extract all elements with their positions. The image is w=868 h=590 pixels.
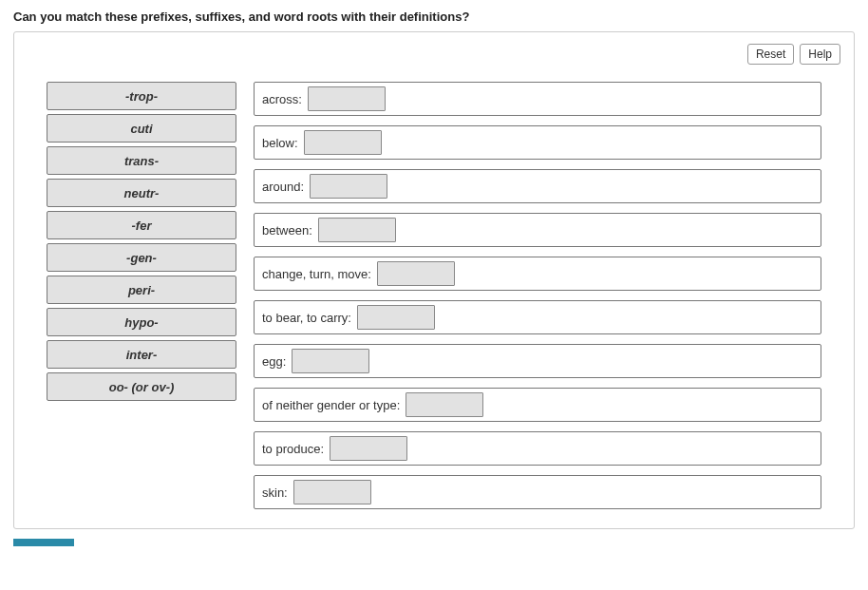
drop-slot[interactable]: [308, 86, 386, 111]
target-column: across: below: around: between: change, …: [254, 82, 821, 509]
target-row: to bear, to carry:: [254, 300, 821, 334]
drop-slot[interactable]: [330, 436, 407, 461]
source-item[interactable]: hypo-: [47, 308, 236, 336]
source-item[interactable]: trans-: [47, 146, 236, 175]
target-row: skin:: [254, 475, 821, 509]
drop-slot[interactable]: [293, 480, 371, 504]
drop-slot[interactable]: [318, 218, 396, 242]
question-text: Can you match these prefixes, suffixes, …: [13, 10, 855, 24]
target-row: egg:: [254, 344, 821, 378]
target-label: of neither gender or type:: [262, 398, 400, 412]
drop-slot[interactable]: [292, 349, 369, 373]
drop-slot[interactable]: [377, 261, 455, 286]
drop-slot[interactable]: [304, 130, 382, 155]
toolbar: Reset Help: [28, 44, 840, 65]
target-row: between:: [254, 213, 821, 247]
source-item[interactable]: -gen-: [47, 243, 236, 272]
target-label: to bear, to carry:: [262, 311, 351, 325]
target-label: around:: [262, 180, 304, 194]
submit-button[interactable]: [13, 539, 74, 546]
target-row: across:: [254, 82, 821, 116]
target-row: around:: [254, 169, 821, 203]
drop-slot[interactable]: [310, 174, 387, 199]
target-label: egg:: [262, 354, 286, 369]
reset-button[interactable]: Reset: [747, 44, 794, 65]
source-item[interactable]: cuti: [47, 114, 236, 143]
question-panel: Reset Help -trop- cuti trans- neutr- -fe…: [13, 31, 855, 529]
submit-bar: [13, 539, 855, 546]
target-label: to produce:: [262, 442, 324, 456]
target-label: skin:: [262, 485, 288, 500]
target-label: below:: [262, 136, 298, 150]
match-area: -trop- cuti trans- neutr- -fer -gen- per…: [28, 82, 840, 509]
target-label: between:: [262, 223, 312, 238]
help-button[interactable]: Help: [800, 44, 840, 65]
drop-slot[interactable]: [357, 305, 435, 330]
target-row: to produce:: [254, 431, 821, 466]
source-item[interactable]: inter-: [47, 340, 236, 369]
source-item[interactable]: oo- (or ov-): [47, 372, 236, 401]
source-item[interactable]: peri-: [47, 276, 236, 304]
target-row: change, turn, move:: [254, 257, 821, 291]
source-item[interactable]: -fer: [47, 211, 236, 239]
target-row: of neither gender or type:: [254, 388, 821, 422]
target-label: across:: [262, 92, 302, 106]
source-column: -trop- cuti trans- neutr- -fer -gen- per…: [47, 82, 236, 509]
target-row: below:: [254, 125, 821, 160]
source-item[interactable]: neutr-: [47, 179, 236, 207]
target-label: change, turn, move:: [262, 267, 371, 281]
source-item[interactable]: -trop-: [47, 82, 236, 110]
drop-slot[interactable]: [406, 392, 483, 417]
